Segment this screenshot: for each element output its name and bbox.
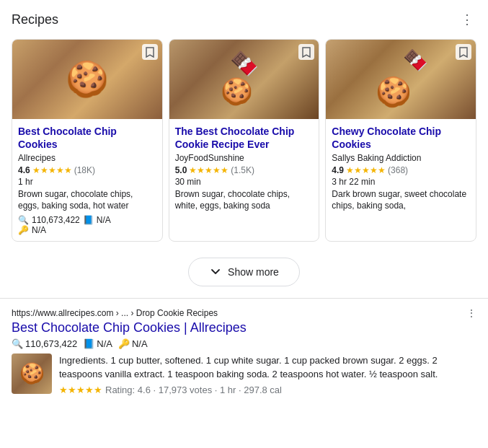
result-key-val: N/A — [132, 338, 148, 349]
recipe-card-image-1 — [12, 40, 162, 119]
recipes-title: Recipes — [12, 12, 58, 27]
recipe-card-3: Chewy Chocolate Chip Cookies Sallys Baki… — [325, 39, 476, 242]
recipes-more-options[interactable]: ⋮ — [458, 9, 476, 30]
recipe-ingredients-2: Brown sugar, chocolate chips, white, egg… — [175, 189, 314, 211]
recipe-card-body-3: Chewy Chocolate Chip Cookies Sallys Baki… — [326, 119, 476, 221]
recipe-time-1: 1 hr — [18, 177, 156, 187]
recipe-rating-row-1: 4.6 ★★★★★ (18K) — [18, 165, 156, 175]
result-rating-text: Rating: 4.6 · 17,973 votes · 1 hr · 297.… — [105, 385, 282, 395]
stars-2: ★★★★★ — [189, 165, 229, 175]
review-count-3: (368) — [388, 165, 408, 175]
review-count-2: (1.5K) — [231, 165, 254, 175]
bookmark-icon-2[interactable] — [298, 44, 314, 60]
recipe-source-1: Allrecipes — [18, 153, 156, 163]
result-rating-line: ★★★★★ Rating: 4.6 · 17,973 votes · 1 hr … — [59, 385, 476, 395]
bookmark-icon-1[interactable] — [142, 44, 158, 60]
result-url-more-options[interactable]: ⋮ — [466, 307, 476, 319]
recipe-card-1: Best Chocolate Chip Cookies Allrecipes 4… — [12, 39, 163, 242]
stars-1: ★★★★★ — [32, 165, 72, 175]
recipe-name-2[interactable]: The Best Chocolate Chip Cookie Recipe Ev… — [175, 125, 314, 151]
recipe-rating-row-2: 5.0 ★★★★★ (1.5K) — [175, 165, 314, 175]
meta-book-val-1: N/A — [97, 215, 111, 225]
recipe-meta-key-1: 🔑 N/A — [18, 225, 156, 235]
recipe-time-2: 30 min — [175, 177, 314, 187]
result-book-val: N/A — [97, 338, 112, 349]
result-thumbnail-image: 🍪 — [12, 353, 52, 394]
recipe-ingredients-1: Brown sugar, chocolate chips, eggs, baki… — [18, 189, 156, 211]
result-meta-key: 🔑 N/A — [118, 338, 148, 349]
recipe-ingredients-3: Dark brown sugar, sweet chocolate chips,… — [332, 189, 470, 211]
result-meta-icons: 🔍 110,673,422 📘 N/A 🔑 N/A — [12, 338, 476, 349]
search-result: https://www.allrecipes.com › ... › Drop … — [0, 299, 488, 404]
stars-3: ★★★★★ — [346, 165, 386, 175]
meta-search-icon-1: 🔍 — [18, 215, 29, 225]
meta-search-val-1: 110,673,422 — [32, 215, 80, 225]
recipe-source-3: Sallys Baking Addiction — [332, 153, 470, 163]
show-more-button[interactable]: Show more — [188, 258, 300, 286]
recipes-section: Recipes ⋮ Best Chocolate Chip Cookies Al… — [0, 0, 488, 299]
bookmark-icon-3[interactable] — [456, 44, 471, 60]
result-book-icon: 📘 — [83, 338, 94, 349]
result-stars: ★★★★★ — [59, 385, 102, 395]
meta-key-icon-1: 🔑 — [18, 225, 29, 235]
recipe-image-cookies-3 — [326, 40, 476, 119]
recipe-card-image-2 — [169, 40, 319, 119]
rating-number-3: 4.9 — [332, 165, 344, 175]
result-thumbnail: 🍪 — [12, 353, 52, 394]
recipe-image-cookies-1 — [12, 40, 162, 119]
result-search-icon: 🔍 — [12, 338, 23, 349]
show-more-label: Show more — [228, 266, 279, 278]
meta-key-val-1: N/A — [32, 225, 46, 235]
result-body: 🍪 Ingredients. 1 cup butter, softened. 1… — [12, 353, 476, 395]
review-count-1: (18K) — [74, 165, 95, 175]
recipe-card-body-1: Best Chocolate Chip Cookies Allrecipes 4… — [12, 119, 162, 241]
result-search-val: 110,673,422 — [25, 338, 77, 349]
chevron-down-icon — [209, 265, 222, 278]
show-more-container: Show more — [12, 250, 476, 298]
recipes-header: Recipes ⋮ — [12, 9, 476, 30]
recipe-card-image-3 — [326, 40, 476, 119]
result-description: Ingredients. 1 cup butter, softened. 1 c… — [59, 353, 476, 382]
recipe-card-body-2: The Best Chocolate Chip Cookie Recipe Ev… — [169, 119, 319, 221]
result-meta-book: 📘 N/A — [83, 338, 112, 349]
rating-number-2: 5.0 — [175, 165, 187, 175]
meta-book-icon-1: 📘 — [83, 215, 94, 225]
recipe-name-1[interactable]: Best Chocolate Chip Cookies — [18, 125, 156, 151]
recipe-rating-row-3: 4.9 ★★★★★ (368) — [332, 165, 470, 175]
recipe-card-2: The Best Chocolate Chip Cookie Recipe Ev… — [169, 39, 320, 242]
result-meta-search: 🔍 110,673,422 — [12, 338, 77, 349]
recipe-image-cookies-2 — [169, 40, 319, 119]
result-url-text: https://www.allrecipes.com › ... › Drop … — [12, 308, 218, 318]
result-url-row: https://www.allrecipes.com › ... › Drop … — [12, 307, 476, 319]
result-text-body: Ingredients. 1 cup butter, softened. 1 c… — [59, 353, 476, 395]
recipe-cards-container: Best Chocolate Chip Cookies Allrecipes 4… — [12, 39, 476, 242]
recipe-name-3[interactable]: Chewy Chocolate Chip Cookies — [332, 125, 470, 151]
recipe-time-3: 3 hr 22 min — [332, 177, 470, 187]
recipe-meta-1: 🔍 110,673,422 📘 N/A — [18, 215, 156, 225]
recipe-source-2: JoyFoodSunshine — [175, 153, 314, 163]
result-title-link[interactable]: Best Chocolate Chip Cookies | Allrecipes — [12, 320, 476, 335]
result-key-icon: 🔑 — [118, 338, 130, 349]
rating-number-1: 4.6 — [18, 165, 30, 175]
